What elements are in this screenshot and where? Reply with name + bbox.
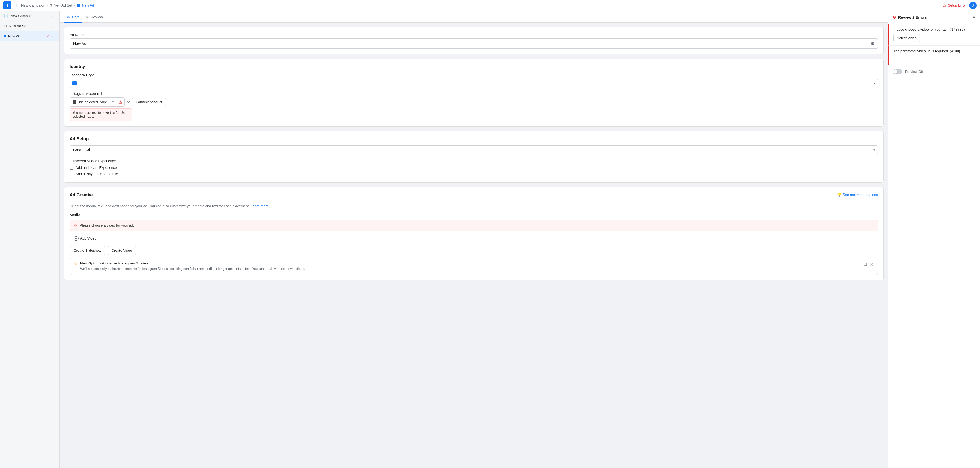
- top-nav: f 📄 New Campaign › ⊞ New Ad Set › New Ad…: [0, 0, 980, 11]
- ad-name-card: Ad Name ⚙: [64, 27, 884, 54]
- campaign-more-icon[interactable]: ···: [52, 14, 56, 18]
- create-video-button[interactable]: Create Video: [108, 246, 136, 255]
- ad-creative-header: Ad Creative 💡 See recommendations: [70, 193, 878, 201]
- review-title: ⊖ Review 2 Errors: [892, 14, 927, 20]
- create-slideshow-button[interactable]: Create Slideshow: [70, 246, 105, 255]
- ig-dropdown-chevron-icon[interactable]: ▾: [110, 98, 116, 106]
- review-error-circle-icon: ⊖: [892, 14, 896, 20]
- ig-page-icon: [73, 100, 76, 104]
- form-area: Ad Name ⚙ Identity Facebook Page: [60, 23, 888, 468]
- optimization-close-icon[interactable]: ✕: [869, 261, 874, 267]
- ad-set-icon: ⊞: [49, 3, 52, 7]
- review-item-1-more-icon[interactable]: ···: [972, 35, 976, 41]
- campaign-icon: 📄: [16, 3, 19, 7]
- ig-select-left: Use selected Page: [70, 98, 110, 106]
- media-section: Media ⚠ Please choose a video for your a…: [70, 213, 878, 255]
- create-ad-select-wrapper: Create Ad ▾: [70, 145, 878, 154]
- see-recommendations-button[interactable]: 💡 See recommendations: [837, 193, 878, 197]
- sidebar-item-new-campaign[interactable]: 📄 New Campaign ···: [0, 11, 59, 21]
- review-header: ⊖ Review 2 Errors ∧: [888, 11, 980, 24]
- breadcrumb-sep-2: ›: [74, 3, 75, 7]
- select-video-button[interactable]: Select Video: [893, 34, 920, 42]
- ad-sidebar-icon: ■: [4, 34, 6, 38]
- review-item-1-actions: Select Video ···: [893, 34, 976, 42]
- instagram-account-label: Instagram Account ℹ: [70, 92, 878, 96]
- optimization-title: New Optimizations for Instagram Stories: [80, 261, 861, 265]
- main-layout: 📄 New Campaign ··· ⊞ New Ad Set ··· ■ Ne…: [0, 11, 980, 468]
- learn-more-link[interactable]: Learn More: [251, 204, 269, 208]
- instant-experience-checkbox-item[interactable]: Add an Instant Experience: [70, 164, 878, 171]
- instant-experience-label: Add an Instant Experience: [76, 166, 117, 170]
- tab-review[interactable]: 👁 Review: [82, 12, 106, 23]
- campaign-sidebar-icon: 📄: [4, 14, 8, 18]
- toggle-knob: [893, 69, 897, 74]
- review-collapse-icon[interactable]: ∧: [972, 14, 976, 20]
- instant-experience-checkbox[interactable]: [70, 166, 73, 170]
- ad-name-input[interactable]: [73, 41, 870, 46]
- optimization-actions: □ ✕: [863, 261, 874, 267]
- star-icon: ☆: [74, 261, 78, 266]
- media-error-banner: ⚠ Please choose a video for your ad.: [70, 220, 878, 231]
- lightbulb-icon: 💡: [837, 193, 842, 197]
- instagram-row: Use selected Page ▾ ⚠ or Connect Account: [70, 97, 878, 107]
- review-item-2-actions: ···: [893, 56, 976, 62]
- facebook-page-label: Facebook Page: [70, 73, 878, 77]
- fullscreen-label: Fullscreen Mobile Experience: [70, 159, 878, 163]
- preview-off-label: Preview Off: [905, 70, 923, 74]
- add-video-plus-icon: +: [74, 236, 78, 241]
- breadcrumb-new-ad-set[interactable]: ⊞ New Ad Set: [49, 3, 72, 7]
- ad-creative-card: Ad Creative 💡 See recommendations Select…: [64, 187, 884, 280]
- edit-pencil-icon: ✏: [67, 15, 70, 19]
- ad-more-icon[interactable]: ···: [52, 33, 56, 38]
- ig-error-tooltip: You need access to advertise for Use sel…: [70, 108, 132, 121]
- breadcrumb-new-ad[interactable]: New Ad: [76, 3, 94, 7]
- top-nav-right: ⚠ Setup Error U: [943, 2, 977, 9]
- breadcrumb-sep-1: ›: [47, 3, 48, 7]
- optimization-share-icon[interactable]: □: [863, 261, 867, 267]
- breadcrumb-new-campaign[interactable]: 📄 New Campaign: [16, 3, 45, 7]
- tab-edit[interactable]: ✏ Edit: [64, 12, 82, 23]
- connect-account-button[interactable]: Connect Account: [132, 98, 166, 106]
- add-video-button[interactable]: + Add Video: [70, 234, 100, 244]
- optimization-description: We'll automatically optimize ad creative…: [80, 266, 861, 271]
- ad-name-input-wrapper: ⚙: [70, 38, 878, 48]
- settings-gear-icon[interactable]: ⚙: [870, 41, 874, 46]
- ad-setup-card: Ad Setup Create Ad ▾ Fullscreen Mobile E…: [64, 131, 884, 183]
- ad-setup-title: Ad Setup: [70, 137, 878, 142]
- ad-creative-desc: Select the media, text, and destination …: [70, 204, 878, 209]
- identity-card: Identity Facebook Page ▾ Instagram Accou…: [64, 59, 884, 127]
- review-error-1-text: Please choose a video for your ad. (#148…: [893, 27, 976, 32]
- review-item-2: The parameter video_id is required. (#10…: [888, 46, 980, 65]
- sidebar-item-new-ad-set[interactable]: ⊞ New Ad Set ···: [0, 21, 59, 31]
- media-error-icon: ⚠: [74, 223, 78, 228]
- user-avatar[interactable]: U: [969, 2, 977, 9]
- ig-warning-icon: ⚠: [116, 97, 124, 107]
- review-error-2-text: The parameter video_id is required. (#10…: [893, 49, 976, 54]
- app-icon: f: [3, 2, 11, 10]
- instagram-help-icon: ℹ: [101, 92, 102, 96]
- playable-source-checkbox-item[interactable]: Add a Playable Source File: [70, 171, 878, 177]
- media-label: Media: [70, 213, 878, 217]
- content-wrapper: ✏ Edit 👁 Review Ad Name ⚙: [60, 11, 980, 468]
- playable-source-label: Add a Playable Source File: [76, 172, 118, 176]
- sidebar-item-new-ad[interactable]: ■ New Ad ⚠ ···: [0, 31, 59, 41]
- sidebar: 📄 New Campaign ··· ⊞ New Ad Set ··· ■ Ne…: [0, 11, 60, 468]
- identity-title: Identity: [70, 64, 878, 69]
- facebook-page-select[interactable]: [70, 79, 878, 88]
- create-ad-select[interactable]: Create Ad: [70, 145, 878, 154]
- setup-error-indicator: ⚠ Setup Error: [943, 3, 966, 7]
- ad-set-sidebar-icon: ⊞: [4, 24, 7, 28]
- ig-or-label: or: [127, 100, 130, 104]
- preview-toggle[interactable]: [892, 69, 902, 74]
- error-triangle-icon: ⚠: [943, 3, 947, 7]
- facebook-page-icon: [72, 81, 76, 85]
- ad-set-more-icon[interactable]: ···: [52, 24, 56, 28]
- optimization-content: New Optimizations for Instagram Stories …: [80, 261, 861, 271]
- review-item-2-more-icon[interactable]: ···: [972, 56, 976, 62]
- breadcrumb: 📄 New Campaign › ⊞ New Ad Set › New Ad: [16, 3, 94, 7]
- review-item-1: Please choose a video for your ad. (#148…: [888, 24, 980, 46]
- optimization-banner: ☆ New Optimizations for Instagram Storie…: [70, 258, 878, 275]
- ad-name-label: Ad Name: [70, 33, 878, 37]
- right-panel: ⊖ Review 2 Errors ∧ Please choose a vide…: [888, 11, 980, 468]
- playable-source-checkbox[interactable]: [70, 172, 73, 176]
